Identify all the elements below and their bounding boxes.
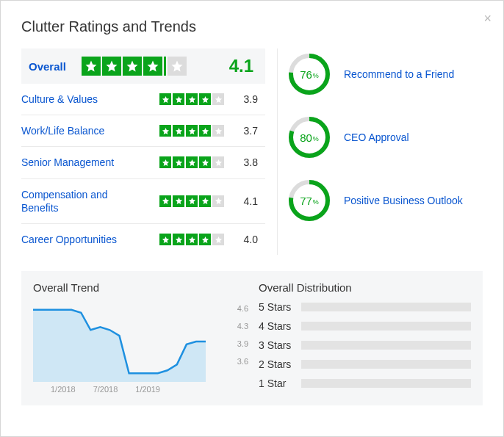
trend-chart: 4.64.33.93.6 [33,301,245,382]
category-row: Compensation and Benefits4.1 [21,179,265,224]
metric-label[interactable]: CEO Approval [344,131,409,143]
category-stars [159,125,224,137]
category-label[interactable]: Senior Management [21,156,146,169]
dist-label: 4 Stars [259,320,301,332]
star-icon [102,57,121,76]
bottom-section: Overall Trend 4.64.33.93.6 1/20187/20181… [21,271,483,405]
category-stars [159,93,224,105]
category-row: Work/Life Balance3.7 [21,115,265,147]
category-stars [159,195,224,207]
metric-ring: 77% [288,179,331,222]
dist-label: 2 Stars [259,358,301,370]
ratings-column: Overall 4.1 Culture & Values3.9Work/Life… [21,48,265,255]
metrics-column: 76%Recommend to a Friend80%CEO Approval7… [277,48,483,255]
dist-row: 1 Star [259,378,471,389]
star-icon [159,156,171,168]
category-score: 4.1 [237,195,258,207]
metric-pct: 77% [288,179,331,222]
dist-bar [301,322,471,331]
star-icon [173,156,184,168]
dist-bar [301,341,471,350]
trend-title: Overall Trend [33,281,245,294]
close-icon[interactable]: × [483,11,492,26]
metric-ring: 76% [288,53,331,95]
star-icon [186,125,198,137]
overall-row: Overall 4.1 [21,48,265,84]
overall-label[interactable]: Overall [29,60,80,73]
star-icon [123,57,142,76]
metric-row: 80%CEO Approval [288,116,483,159]
dist-bar [301,360,471,369]
metric-ring: 80% [288,116,331,159]
ytick: 4.6 [237,304,248,313]
star-partial-bar [164,57,166,76]
star-icon [212,156,224,168]
category-label[interactable]: Work/Life Balance [21,124,146,137]
top-section: Overall 4.1 Culture & Values3.9Work/Life… [21,48,483,255]
star-icon [199,93,211,105]
star-icon [82,57,101,76]
dist-label: 3 Stars [259,339,301,351]
ytick: 3.9 [237,339,248,348]
star-icon [199,125,211,137]
overall-score: 4.1 [229,56,253,76]
star-icon [159,195,171,207]
metric-label[interactable]: Recommend to a Friend [344,68,454,80]
xtick: 1/2018 [51,385,76,394]
ytick: 4.3 [237,322,248,331]
metric-row: 77%Positive Business Outlook [288,179,483,222]
dist-title: Overall Distribution [259,281,471,294]
star-icon [159,93,171,105]
star-icon [159,234,171,245]
star-icon [159,125,171,137]
modal-title: Clutter Ratings and Trends [21,18,483,35]
star-icon [199,195,211,207]
dist-label: 5 Stars [259,301,301,313]
category-label[interactable]: Culture & Values [21,93,146,106]
star-icon [186,195,198,207]
star-icon [173,125,184,137]
dist-row: 5 Stars [259,301,471,313]
xtick: 1/2019 [135,385,160,394]
star-icon [199,234,211,245]
star-icon [173,93,184,105]
star-icon [186,156,198,168]
dist-label: 1 Star [259,378,301,389]
star-icon [173,195,184,207]
star-icon [212,93,224,105]
category-row: Senior Management3.8 [21,147,265,178]
star-icon [199,156,211,168]
dist-bar [301,303,471,311]
metric-pct: 76% [288,53,331,95]
category-stars [159,234,224,245]
metric-pct: 80% [288,116,331,159]
category-stars [159,156,224,168]
star-icon [212,125,224,137]
dist-bar [301,379,471,388]
ytick: 3.6 [237,357,248,366]
overall-stars [82,57,187,76]
metric-row: 76%Recommend to a Friend [288,53,483,95]
category-row: Culture & Values3.9 [21,84,265,115]
category-label[interactable]: Career Opportunities [21,233,146,246]
category-row: Career Opportunities4.0 [21,224,265,255]
star-icon [173,234,184,245]
trend-xticks: 1/20187/20181/2019 [33,385,245,394]
metric-label[interactable]: Positive Business Outlook [344,195,463,206]
star-icon [212,195,224,207]
star-icon [143,57,162,76]
xtick: 7/2018 [93,385,118,394]
dist-row: 2 Stars [259,358,471,370]
category-score: 4.0 [237,234,258,245]
category-score: 3.7 [237,125,258,137]
category-label[interactable]: Compensation and Benefits [21,188,146,214]
trend-yticks: 4.64.33.93.6 [237,304,248,366]
dist-row: 4 Stars [259,320,471,332]
category-score: 3.8 [237,156,258,168]
star-icon [212,234,224,245]
star-icon [186,93,198,105]
ratings-trends-modal: × Clutter Ratings and Trends Overall 4.1… [0,0,504,437]
star-icon [186,234,198,245]
distribution-panel: Overall Distribution 5 Stars4 Stars3 Sta… [259,281,471,397]
category-score: 3.9 [237,93,258,105]
